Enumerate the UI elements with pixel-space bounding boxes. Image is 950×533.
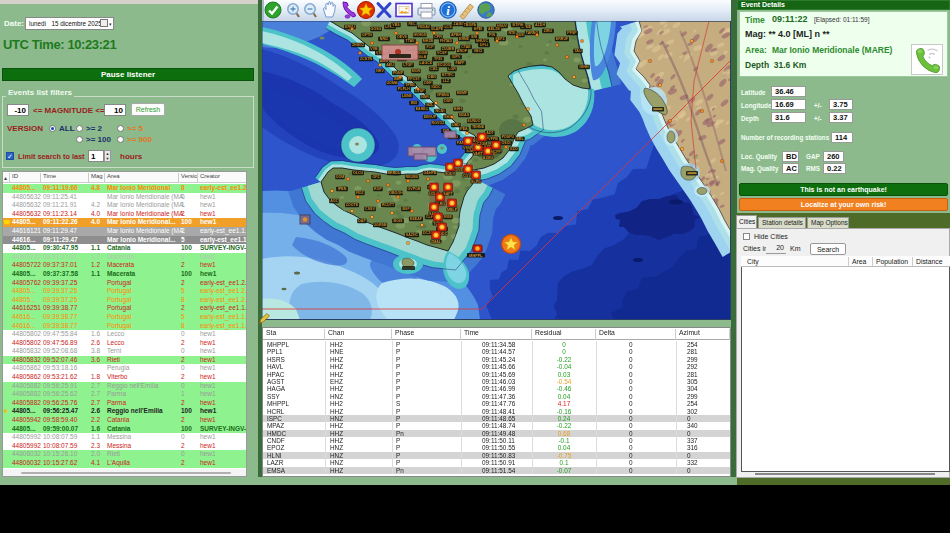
- svg-text:BGIS: BGIS: [394, 219, 403, 223]
- svg-text:DBVUP: DBVUP: [424, 115, 437, 119]
- svg-text:IGDC: IGDC: [432, 85, 441, 89]
- svg-text:NHV: NHV: [376, 69, 384, 73]
- svg-text:MHZB: MHZB: [423, 39, 434, 43]
- svg-text:BTTFC: BTTFC: [442, 73, 454, 77]
- svg-text:OFZ: OFZ: [372, 175, 380, 179]
- svg-text:ROZ: ROZ: [356, 191, 364, 195]
- svg-text:DSR: DSR: [444, 99, 452, 103]
- svg-text:IPBN: IPBN: [338, 187, 347, 191]
- svg-text:OSOI: OSOI: [502, 141, 511, 145]
- svg-text:RME: RME: [444, 215, 453, 219]
- svg-text:NHLVC: NHLVC: [476, 39, 489, 43]
- svg-text:ZCSTN: ZCSTN: [360, 57, 372, 61]
- svg-text:UBD: UBD: [452, 123, 460, 127]
- svg-text:HVHGN: HVHGN: [414, 33, 427, 37]
- svg-text:ERVU: ERVU: [345, 25, 355, 29]
- svg-text:AOZ: AOZ: [330, 199, 338, 203]
- svg-text:TAU: TAU: [574, 49, 582, 53]
- svg-text:UOMB: UOMB: [387, 81, 398, 85]
- svg-text:FAFF: FAFF: [456, 61, 466, 65]
- svg-text:OLCU: OLCU: [353, 171, 364, 175]
- svg-text:BRRDU: BRRDU: [388, 171, 401, 175]
- svg-text:LTGP: LTGP: [403, 63, 413, 67]
- svg-text:NDAS: NDAS: [459, 113, 470, 117]
- svg-text:OBOOH: OBOOH: [389, 191, 403, 195]
- svg-text:GFTN: GFTN: [362, 33, 372, 37]
- svg-text:EBMF: EBMF: [457, 91, 468, 95]
- svg-text:UGRSB: UGRSB: [374, 223, 387, 227]
- svg-text:GLAPE: GLAPE: [431, 27, 444, 31]
- svg-text:TTAV: TTAV: [406, 39, 415, 43]
- svg-text:PGNP: PGNP: [393, 71, 404, 75]
- svg-text:RGP: RGP: [374, 187, 382, 191]
- svg-text:GVPGB: GVPGB: [408, 187, 421, 191]
- svg-text:BSF: BSF: [402, 207, 410, 211]
- svg-text:LGR: LGR: [448, 67, 456, 71]
- svg-text:FCP: FCP: [426, 45, 434, 49]
- svg-text:i: i: [446, 3, 450, 18]
- svg-text:VBCI: VBCI: [474, 49, 483, 53]
- svg-text:ZHSGZ: ZHSGZ: [352, 43, 365, 47]
- svg-text:ZOOTE: ZOOTE: [346, 203, 359, 207]
- svg-text:DAP: DAP: [358, 219, 366, 223]
- svg-text:DPLI: DPLI: [480, 43, 488, 47]
- svg-text:DBN: DBN: [428, 75, 436, 79]
- svg-text:PLPLH: PLPLH: [398, 87, 410, 91]
- svg-text:ERRUF: ERRUF: [556, 37, 569, 41]
- svg-text:AELZE: AELZE: [488, 27, 500, 31]
- svg-text:OOM: OOM: [336, 175, 345, 179]
- svg-text:VSVR: VSVR: [463, 146, 473, 150]
- svg-text:SLPG: SLPG: [471, 180, 481, 184]
- svg-text:RPEI: RPEI: [474, 27, 482, 31]
- svg-text:LLZ: LLZ: [443, 79, 450, 83]
- svg-text:CZGM: CZGM: [477, 142, 488, 146]
- svg-text:EUNUO: EUNUO: [468, 119, 481, 123]
- svg-text:EAHEC: EAHEC: [416, 107, 429, 111]
- svg-text:VCSP: VCSP: [437, 51, 447, 55]
- svg-text:AZMU: AZMU: [483, 156, 494, 160]
- svg-text:NRIZ: NRIZ: [380, 37, 389, 41]
- svg-text:NTE: NTE: [508, 31, 516, 35]
- svg-text:EEEAF: EEEAF: [410, 217, 423, 221]
- svg-text:VBS: VBS: [392, 23, 400, 27]
- svg-text:BDI: BDI: [411, 101, 417, 105]
- svg-text:CSSV: CSSV: [365, 207, 375, 211]
- svg-text:SGDV: SGDV: [445, 172, 456, 176]
- svg-text:TBGPA: TBGPA: [464, 23, 477, 27]
- svg-text:ERNE: ERNE: [459, 37, 470, 41]
- svg-text:ERL: ERL: [516, 137, 524, 141]
- svg-text:CBZ: CBZ: [430, 67, 438, 71]
- svg-text:BTPIH: BTPIH: [513, 23, 524, 27]
- svg-text:AEU: AEU: [386, 63, 394, 67]
- svg-text:GAHPB: GAHPB: [424, 171, 437, 175]
- svg-text:MHPPL: MHPPL: [469, 254, 483, 258]
- svg-text:SAFT: SAFT: [443, 192, 453, 196]
- svg-text:HZL: HZL: [427, 103, 435, 107]
- svg-text:GOSG: GOSG: [371, 27, 382, 31]
- svg-text:ECUOG: ECUOG: [437, 63, 450, 67]
- svg-text:NSR: NSR: [421, 95, 429, 99]
- svg-text:PFSP: PFSP: [567, 31, 577, 35]
- svg-text:AZDH: AZDH: [535, 23, 545, 27]
- svg-text:PDSPU: PDSPU: [502, 135, 515, 139]
- svg-text:ZMAL: ZMAL: [431, 240, 442, 244]
- svg-text:NCPP: NCPP: [491, 150, 502, 154]
- svg-text:ZIRU: ZIRU: [544, 29, 553, 33]
- svg-text:LBNE: LBNE: [402, 94, 412, 98]
- svg-text:NCNI: NCNI: [436, 109, 445, 113]
- svg-text:RGVOZ: RGVOZ: [432, 121, 446, 125]
- svg-text:FEDAV: FEDAV: [418, 25, 431, 29]
- svg-text:AROP: AROP: [457, 49, 468, 53]
- svg-text:FEC: FEC: [408, 22, 416, 26]
- svg-text:MOR: MOR: [412, 69, 421, 73]
- svg-text:SAZHC: SAZHC: [406, 233, 419, 237]
- svg-text:LCS: LCS: [444, 25, 452, 29]
- svg-text:GIPV: GIPV: [452, 55, 461, 59]
- svg-text:IMHH: IMHH: [579, 65, 589, 69]
- svg-text:TEHNE: TEHNE: [472, 125, 485, 129]
- svg-text:PHTAD: PHTAD: [440, 39, 453, 43]
- svg-text:PEA: PEA: [460, 127, 468, 131]
- svg-text:BHH: BHH: [454, 107, 462, 111]
- svg-text:EZO: EZO: [510, 147, 518, 151]
- svg-text:TFEI: TFEI: [434, 57, 442, 61]
